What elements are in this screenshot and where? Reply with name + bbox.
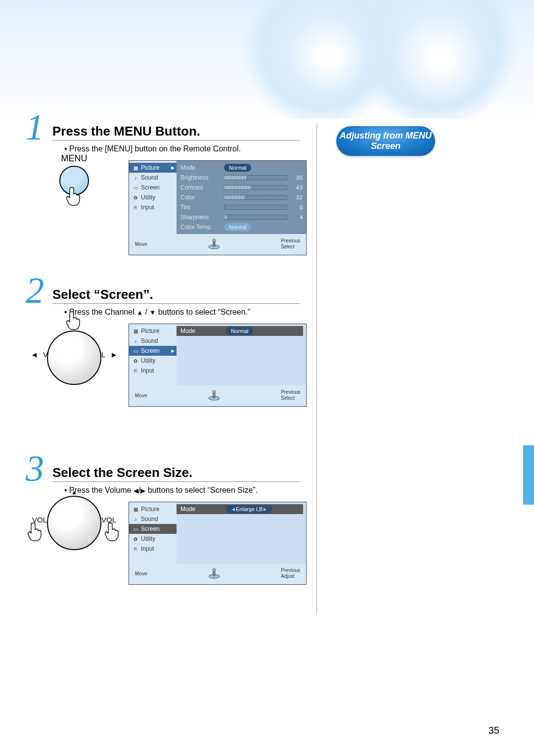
hand-press-icon [66,311,83,331]
page-number: 35 [489,725,499,736]
osd-menu-item-utility: ✿Utility [129,356,177,366]
up-arrow-icon: ▲ [136,309,143,316]
osd-footer: Move PreviousSelect [129,385,306,406]
mode-pill: Normal [224,164,251,172]
left-arrow-icon: ◀ [134,487,138,494]
osd-menu-item-screen: ▭Screen [129,524,177,534]
footer-adjust: Adjust [281,573,295,579]
osd-menu-item-picture: ▦Picture▶ [129,163,177,173]
osd-panel-1: ▦Picture▶ ♪Sound ▭Screen ✿Utility ⎘Input… [129,160,307,255]
osd-menu-item-sound: ♪Sound [129,514,177,524]
dpad-circle [47,496,101,550]
remote-dpad-illustration: ▲ VOL VOL ▼ [25,489,124,552]
osd-panel-3: ▦Picture ♪Sound ▭Screen ✿Utility ⎘Input … [129,502,307,585]
step-title: Select the Screen Size. [52,465,300,482]
osd-menu-item-utility: ✿Utility [129,534,177,544]
dandelion-graphic [287,15,371,99]
footer-select: Select [281,244,295,249]
mode-label: Mode [180,328,221,334]
osd-menu-item-sound: ♪Sound [129,173,177,183]
osd-menu-list: ▦Picture ♪Sound ▭Screen ✿Utility ⎘Input [129,502,177,564]
mode-label: Mode [180,506,221,513]
hand-press-icon [27,522,44,542]
joystick-icon [208,390,221,401]
osd-menu-item-utility: ✿Utility [129,192,177,202]
svg-point-8 [213,568,216,571]
osd-footer: Move PreviousAdjust [129,564,306,584]
svg-point-5 [213,390,216,393]
osd-menu-list: ▦Picture ♪Sound ▭Screen▶ ✿Utility ⎘Input [129,324,177,385]
dandelion-graphic [391,10,490,109]
osd-menu-item-screen: ▭Screen [129,183,177,192]
step-title: Press the MENU Button. [52,124,300,141]
footer-move: Move [135,241,147,247]
step-description: • Press the Volume ◀/▶ buttons to select… [64,486,504,495]
osd-panel-2: ▦Picture ♪Sound ▭Screen▶ ✿Utility ⎘Input… [129,324,307,407]
down-arrow-icon: ▼ [149,309,156,316]
mode-value-pill: ◀Enlarge LB▶ [226,505,272,513]
osd-menu-item-picture: ▦Picture [129,326,177,336]
footer-previous: Previous [281,567,300,573]
dpad-circle [47,331,101,385]
hand-press-icon [104,522,121,542]
colortemp-pill: Normal [224,223,251,231]
decorative-banner [0,0,534,119]
osd-params: Mode Normal [177,324,306,385]
osd-menu-item-input: ⎘Input [129,202,177,212]
step-number: 2 [26,272,44,309]
step-title: Select “Screen”. [52,287,300,304]
hand-press-icon [66,187,83,206]
osd-params: ModeNormal Brightness35 Contrast43 Color… [177,161,306,234]
footer-move: Move [135,393,147,398]
step-description: • Press the Channel ▲ / ▼ buttons to sel… [64,308,504,317]
step-number: 1 [26,109,44,145]
osd-menu-item-input: ⎘Input [129,544,177,554]
footer-move: Move [135,571,147,576]
osd-menu-item-screen: ▭Screen▶ [129,346,177,356]
right-arrow-icon: ▶ [140,487,145,494]
mode-value-pill: Normal [226,327,253,335]
joystick-icon [208,568,221,579]
step-number: 3 [26,450,44,487]
menu-button-label: MENU [25,153,124,164]
footer-select: Select [281,395,295,401]
page-tab-marker [523,445,534,505]
right-arrow-icon: ▶ [112,351,116,358]
osd-params: Mode ◀Enlarge LB▶ [177,502,306,564]
osd-menu-item-picture: ▦Picture [129,504,177,514]
osd-menu-list: ▦Picture▶ ♪Sound ▭Screen ✿Utility ⎘Input [129,161,177,234]
step-3: 3 Select the Screen Size. • Press the Vo… [30,465,504,618]
step-2: 2 Select “Screen”. • Press the Channel ▲… [30,287,504,440]
footer-previous: Previous [281,389,300,395]
osd-menu-item-input: ⎘Input [129,366,177,376]
step-1: 1 Press the MENU Button. • Press the [ME… [30,124,504,262]
footer-previous: Previous [281,238,300,243]
remote-dpad-illustration: ◀ VOL VOL ▶ [25,311,124,383]
left-arrow-icon: ◀ [32,351,37,358]
svg-point-2 [213,239,216,242]
osd-footer: Move PreviousSelect [129,234,306,255]
remote-menu-illustration: MENU [25,153,124,206]
step-description: • Press the [MENU] button on the Remote … [64,144,504,153]
osd-menu-item-sound: ♪Sound [129,336,177,346]
joystick-icon [208,238,221,249]
